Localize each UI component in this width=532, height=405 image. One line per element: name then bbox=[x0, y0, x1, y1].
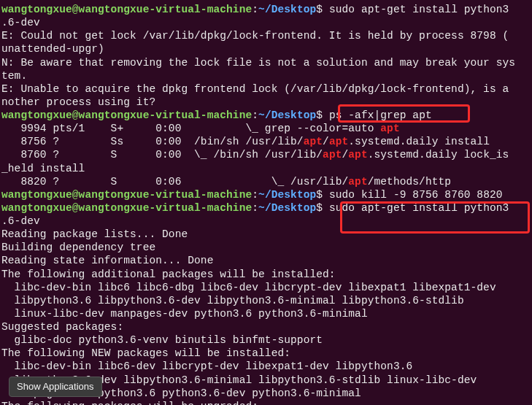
command-text: sudo apt-get install python3 bbox=[323, 202, 509, 214]
cwd-path: ~/Desktop bbox=[258, 202, 316, 214]
ps-output-row: 9994 pts/1 S+ 0:00 \_ grep --color=auto … bbox=[1, 122, 531, 135]
apt-output: Building dependency tree bbox=[1, 241, 531, 254]
apt-output: libpython3.6 libpython3.6-dev libpython3… bbox=[1, 294, 531, 307]
cwd-path: ~/Desktop bbox=[258, 189, 316, 201]
apt-output: linux-libc-dev manpages-dev python3.6 py… bbox=[1, 307, 531, 320]
ps-output-row: 8756 ? Ss 0:00 /bin/sh /usr/lib/apt/apt.… bbox=[1, 135, 531, 148]
apt-highlight: apt bbox=[323, 149, 342, 161]
user-host: wangtongxue@wangtongxue-virtual-machine bbox=[1, 189, 252, 201]
error-line: unattended-upgr) bbox=[1, 42, 531, 55]
apt-output: libc-dev-bin libc6 libc6-dbg libc6-dev l… bbox=[1, 281, 531, 294]
apt-highlight: apt bbox=[348, 176, 367, 188]
user-host: wangtongxue@wangtongxue-virtual-machine bbox=[1, 4, 252, 15]
apt-output: glibc-doc python3.6-venv binutils binfmt… bbox=[1, 333, 531, 347]
user-host: wangtongxue@wangtongxue-virtual-machine bbox=[1, 202, 252, 214]
apt-output: The following additional packages will b… bbox=[1, 268, 531, 281]
show-applications-tooltip: Show Applications bbox=[9, 377, 102, 397]
apt-highlight: apt bbox=[380, 123, 399, 134]
apt-highlight: apt bbox=[348, 149, 367, 161]
apt-output: Reading state information... Done bbox=[1, 254, 531, 267]
apt-output: The following NEW packages will be insta… bbox=[1, 347, 531, 360]
note-line: tem. bbox=[1, 69, 531, 82]
error-line: E: Could not get lock /var/lib/dpkg/lock… bbox=[1, 29, 531, 42]
ps-output-row: _held install bbox=[1, 162, 531, 175]
apt-output: libc-dev-bin libc6-dev libcrypt-dev libe… bbox=[1, 360, 531, 373]
prompt-line-1: wangtongxue@wangtongxue-virtual-machine:… bbox=[1, 3, 531, 16]
error-line: E: Unable to acquire the dpkg frontend l… bbox=[1, 82, 531, 96]
apt-output: The following packages will be upgraded: bbox=[1, 400, 531, 405]
cwd-path: ~/Desktop bbox=[258, 109, 316, 121]
cwd-path: ~/Desktop bbox=[258, 4, 316, 15]
error-line: nother process using it? bbox=[1, 96, 531, 109]
ps-output-row: 8760 ? S 0:00 \_ /bin/sh /usr/lib/apt/ap… bbox=[1, 148, 531, 161]
prompt-line-4: wangtongxue@wangtongxue-virtual-machine:… bbox=[1, 201, 531, 215]
command-text: ps -afx|grep apt bbox=[323, 109, 432, 121]
terminal-content[interactable]: wangtongxue@wangtongxue-virtual-machine:… bbox=[1, 3, 531, 405]
prompt-line-2: wangtongxue@wangtongxue-virtual-machine:… bbox=[1, 109, 531, 122]
ps-output-row: 8820 ? S 0:06 \_ /usr/lib/apt/methods/ht… bbox=[1, 175, 531, 188]
apt-output: Suggested packages: bbox=[1, 320, 531, 333]
command-text: sudo kill -9 8756 8760 8820 bbox=[323, 189, 502, 201]
apt-highlight: apt bbox=[329, 136, 348, 147]
user-host: wangtongxue@wangtongxue-virtual-machine bbox=[1, 109, 252, 121]
apt-output: Reading package lists... Done bbox=[1, 228, 531, 241]
note-line: N: Be aware that removing the lock file … bbox=[1, 56, 531, 69]
command-text: sudo apt-get install python3 bbox=[323, 4, 509, 15]
command-continuation: .6-dev bbox=[1, 16, 531, 29]
prompt-line-3: wangtongxue@wangtongxue-virtual-machine:… bbox=[1, 188, 531, 201]
apt-highlight: apt bbox=[304, 136, 323, 147]
command-continuation: .6-dev bbox=[1, 215, 531, 228]
